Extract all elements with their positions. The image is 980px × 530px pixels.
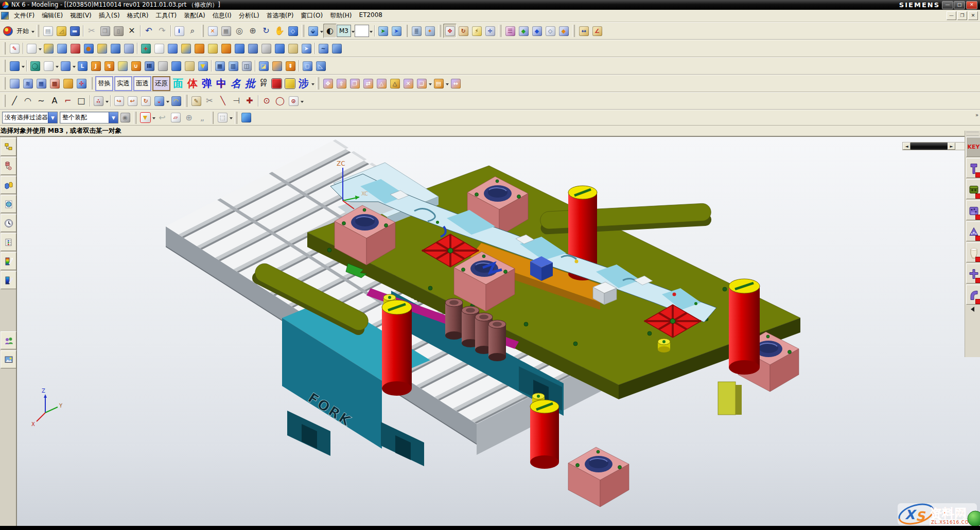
wcs-rotate-button[interactable]: ↻ bbox=[457, 24, 470, 38]
circle3-button[interactable]: ⊙ bbox=[287, 94, 300, 108]
scroll-right-icon[interactable]: ► bbox=[948, 143, 955, 150]
mdi-close-button[interactable]: ✕ bbox=[968, 11, 978, 20]
replace-button[interactable]: 替换 bbox=[95, 76, 113, 91]
part-cup-thumb[interactable] bbox=[966, 242, 980, 262]
red-solid-box-button[interactable] bbox=[270, 76, 283, 91]
datum-plane-button[interactable] bbox=[25, 41, 38, 56]
toolbar-grip[interactable] bbox=[201, 25, 204, 37]
body-tool-button[interactable]: 体 bbox=[185, 77, 200, 91]
trim-body-button[interactable]: ◪ bbox=[257, 59, 270, 73]
name-tool-button[interactable]: 名 bbox=[229, 77, 243, 91]
point-button[interactable]: + bbox=[139, 41, 152, 56]
toolbar-grip[interactable] bbox=[439, 25, 441, 37]
start-menu-button[interactable]: 开始 bbox=[14, 26, 31, 37]
save-file-button[interactable]: ▬ bbox=[68, 24, 81, 38]
gray-slab-button[interactable] bbox=[156, 59, 169, 73]
direction-button[interactable]: ➤ bbox=[300, 41, 313, 56]
history-tab[interactable] bbox=[1, 214, 16, 232]
circle2-button[interactable]: ◯ bbox=[273, 94, 287, 108]
l-bracket-button[interactable]: L bbox=[76, 59, 89, 73]
mirror-button[interactable]: ◫ bbox=[240, 59, 253, 73]
view-m3-button[interactable]: M3 bbox=[337, 24, 351, 38]
instance-button[interactable] bbox=[59, 59, 72, 73]
key-part-button[interactable]: KEY bbox=[966, 137, 980, 157]
pattern2-button[interactable]: ▥ bbox=[226, 59, 240, 73]
move-component-button[interactable]: ✥ bbox=[321, 76, 335, 91]
part-die-block-thumb[interactable] bbox=[966, 179, 980, 199]
fit-view-button[interactable]: ◎ bbox=[233, 24, 246, 38]
chevron-down-icon[interactable] bbox=[370, 31, 373, 34]
chevron-down-icon[interactable] bbox=[106, 101, 109, 104]
menu-item-9[interactable]: 分析(L) bbox=[235, 10, 263, 21]
immediate-hide-button[interactable]: ◆ bbox=[530, 24, 544, 38]
toolbar-grip[interactable] bbox=[3, 77, 6, 90]
redo-button[interactable]: ↷ bbox=[155, 24, 169, 38]
collapse-strip-icon[interactable] bbox=[968, 307, 974, 312]
rectangle-button[interactable]: □ bbox=[75, 94, 88, 108]
solid-cube-button[interactable] bbox=[239, 111, 253, 125]
solid-transparent-button[interactable]: 实透 bbox=[114, 76, 132, 91]
taper-button[interactable]: ◺ bbox=[314, 59, 327, 73]
boss-button[interactable] bbox=[95, 41, 109, 56]
measure-angle-button[interactable]: ∠ bbox=[590, 24, 604, 38]
block-button[interactable] bbox=[179, 41, 192, 56]
thread-button[interactable]: ∼ bbox=[317, 41, 330, 56]
sheet2-button[interactable] bbox=[286, 41, 300, 56]
mdi-restore-button[interactable]: ❐ bbox=[957, 11, 967, 20]
toolbar-grip[interactable] bbox=[405, 25, 408, 37]
divide-curve-button[interactable]: ╲ bbox=[216, 94, 230, 108]
ruled-surface-button[interactable] bbox=[8, 76, 21, 91]
palette-tab[interactable] bbox=[1, 233, 16, 251]
toolbar-grip[interactable] bbox=[3, 95, 6, 107]
sketch-button[interactable]: ✎ bbox=[8, 41, 21, 56]
snap-point-button[interactable]: ✛ bbox=[483, 24, 497, 38]
circle1-button[interactable]: ⊙ bbox=[260, 94, 273, 108]
part-cross-thumb[interactable] bbox=[966, 263, 980, 284]
new-file-button[interactable]: ▤ bbox=[41, 24, 55, 38]
studio-surface-button[interactable]: ▩ bbox=[48, 76, 61, 91]
delete-button[interactable]: ✕ bbox=[125, 24, 138, 38]
menu-item-11[interactable]: 窗口(O) bbox=[297, 10, 326, 21]
snap-chain-button[interactable]: „ bbox=[196, 111, 209, 125]
back-selection-button[interactable]: ↩ bbox=[155, 111, 169, 125]
pocket-button[interactable] bbox=[109, 41, 122, 56]
layer-settings-button[interactable]: ≣ bbox=[410, 24, 423, 38]
hide-button[interactable]: ◇ bbox=[544, 24, 557, 38]
restore-button[interactable]: 还原 bbox=[152, 76, 170, 91]
toolbar-overflow-chevron[interactable]: » bbox=[975, 112, 978, 118]
materials-tab[interactable] bbox=[1, 252, 16, 270]
view-orientation-button[interactable]: ⬙ bbox=[306, 24, 320, 38]
interference-tool-button[interactable]: 涉 bbox=[296, 77, 311, 91]
part-tri-plate-thumb[interactable] bbox=[966, 221, 980, 241]
selection-filter-combo[interactable]: 没有选择过滤器 ▼ bbox=[2, 112, 58, 123]
zoom-in-button[interactable]: ⊕ bbox=[246, 24, 259, 38]
cut-button[interactable]: ✂ bbox=[85, 24, 98, 38]
cylinder-button[interactable] bbox=[330, 41, 343, 56]
selection-filter-button[interactable]: ▼ bbox=[138, 111, 152, 125]
pad-button[interactable] bbox=[122, 41, 135, 56]
replace-component-button[interactable]: ⇄ bbox=[361, 76, 375, 91]
plane-button[interactable] bbox=[152, 41, 166, 56]
point-set-button[interactable]: ∴ bbox=[92, 94, 105, 108]
chevron-down-icon[interactable]: ▼ bbox=[48, 112, 57, 123]
shaded-style-button[interactable]: ◐ bbox=[323, 24, 337, 38]
perspective-button[interactable]: ◇ bbox=[286, 24, 300, 38]
pillars-button[interactable]: Ⅲ bbox=[143, 59, 156, 73]
trim-curve-button[interactable]: ✂ bbox=[203, 94, 216, 108]
u-channel-button[interactable]: ∪ bbox=[129, 59, 143, 73]
maximize-button[interactable]: □ bbox=[954, 1, 965, 9]
pattern1-button[interactable]: ▦ bbox=[213, 59, 226, 73]
menu-item-7[interactable]: 装配(A) bbox=[180, 10, 209, 21]
bend-button[interactable] bbox=[192, 41, 206, 56]
spring-tool-button[interactable]: 弹 bbox=[200, 77, 214, 91]
constraint-button[interactable]: △ bbox=[375, 76, 388, 91]
menu-item-6[interactable]: 工具(T) bbox=[152, 10, 180, 21]
menu-item-13[interactable]: ET2008 bbox=[356, 10, 386, 21]
toolbar-handle[interactable] bbox=[967, 132, 978, 136]
wrap-curve-button[interactable]: ◠ bbox=[169, 94, 183, 108]
through-curves-button[interactable]: ≋ bbox=[21, 76, 34, 91]
menu-item-3[interactable]: 视图(V) bbox=[66, 10, 95, 21]
chevron-down-icon[interactable] bbox=[31, 31, 34, 34]
toolbar-grip[interactable] bbox=[134, 112, 136, 124]
feature-cube-button[interactable] bbox=[8, 59, 21, 73]
